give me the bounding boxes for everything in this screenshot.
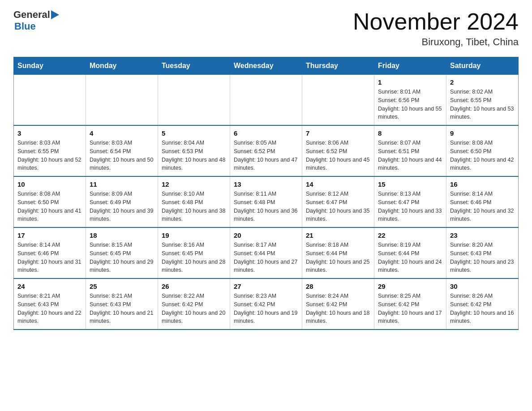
calendar-cell: 17Sunrise: 8:14 AM Sunset: 6:46 PM Dayli…	[14, 227, 86, 278]
day-number: 5	[162, 129, 226, 137]
day-number: 14	[306, 180, 370, 188]
calendar-week-row: 1Sunrise: 8:01 AM Sunset: 6:56 PM Daylig…	[14, 75, 519, 126]
calendar-cell: 8Sunrise: 8:07 AM Sunset: 6:51 PM Daylig…	[374, 125, 446, 176]
calendar-cell: 21Sunrise: 8:18 AM Sunset: 6:44 PM Dayli…	[302, 227, 374, 278]
day-number: 10	[17, 180, 82, 188]
month-title: November 2024	[353, 9, 519, 34]
day-info: Sunrise: 8:24 AM Sunset: 6:42 PM Dayligh…	[306, 292, 370, 325]
weekday-header-saturday: Saturday	[446, 57, 519, 75]
day-info: Sunrise: 8:01 AM Sunset: 6:56 PM Dayligh…	[378, 88, 442, 121]
weekday-header-row: SundayMondayTuesdayWednesdayThursdayFrid…	[14, 57, 519, 75]
day-info: Sunrise: 8:12 AM Sunset: 6:47 PM Dayligh…	[306, 190, 370, 223]
day-info: Sunrise: 8:14 AM Sunset: 6:46 PM Dayligh…	[17, 241, 82, 274]
day-number: 24	[17, 283, 82, 290]
day-number: 11	[90, 180, 154, 188]
calendar-cell: 2Sunrise: 8:02 AM Sunset: 6:55 PM Daylig…	[446, 75, 519, 126]
day-number: 23	[450, 231, 515, 239]
calendar-cell: 10Sunrise: 8:08 AM Sunset: 6:50 PM Dayli…	[14, 176, 86, 227]
calendar-cell: 7Sunrise: 8:06 AM Sunset: 6:52 PM Daylig…	[302, 125, 374, 176]
day-number: 3	[17, 129, 82, 137]
day-number: 29	[378, 283, 442, 290]
calendar-cell: 25Sunrise: 8:21 AM Sunset: 6:43 PM Dayli…	[86, 278, 158, 330]
calendar-cell: 23Sunrise: 8:20 AM Sunset: 6:43 PM Dayli…	[446, 227, 519, 278]
calendar-week-row: 24Sunrise: 8:21 AM Sunset: 6:43 PM Dayli…	[14, 278, 519, 330]
day-number: 20	[234, 231, 298, 239]
calendar-cell: 1Sunrise: 8:01 AM Sunset: 6:56 PM Daylig…	[374, 75, 446, 126]
day-number: 17	[17, 231, 82, 239]
day-info: Sunrise: 8:03 AM Sunset: 6:54 PM Dayligh…	[90, 139, 154, 172]
day-number: 19	[162, 231, 226, 239]
day-number: 13	[234, 180, 298, 188]
day-info: Sunrise: 8:17 AM Sunset: 6:44 PM Dayligh…	[234, 241, 298, 274]
day-number: 2	[450, 78, 515, 86]
calendar-cell: 5Sunrise: 8:04 AM Sunset: 6:53 PM Daylig…	[158, 125, 230, 176]
calendar-table: SundayMondayTuesdayWednesdayThursdayFrid…	[13, 57, 519, 330]
day-info: Sunrise: 8:16 AM Sunset: 6:45 PM Dayligh…	[162, 241, 226, 274]
title-area: November 2024 Biruxong, Tibet, China	[353, 9, 519, 48]
day-info: Sunrise: 8:21 AM Sunset: 6:43 PM Dayligh…	[90, 292, 154, 325]
calendar-cell: 3Sunrise: 8:03 AM Sunset: 6:55 PM Daylig…	[14, 125, 86, 176]
calendar-cell: 19Sunrise: 8:16 AM Sunset: 6:45 PM Dayli…	[158, 227, 230, 278]
calendar-cell: 11Sunrise: 8:09 AM Sunset: 6:49 PM Dayli…	[86, 176, 158, 227]
location-title: Biruxong, Tibet, China	[353, 36, 519, 48]
header: General Blue November 2024 Biruxong, Tib…	[13, 9, 519, 48]
calendar-cell	[302, 75, 374, 126]
day-info: Sunrise: 8:08 AM Sunset: 6:50 PM Dayligh…	[450, 139, 515, 172]
calendar-cell: 28Sunrise: 8:24 AM Sunset: 6:42 PM Dayli…	[302, 278, 374, 330]
calendar-cell: 27Sunrise: 8:23 AM Sunset: 6:42 PM Dayli…	[230, 278, 302, 330]
day-number: 18	[90, 231, 154, 239]
day-number: 15	[378, 180, 442, 188]
day-number: 7	[306, 129, 370, 137]
calendar-cell: 30Sunrise: 8:26 AM Sunset: 6:42 PM Dayli…	[446, 278, 519, 330]
calendar-week-row: 3Sunrise: 8:03 AM Sunset: 6:55 PM Daylig…	[14, 125, 519, 176]
calendar-cell: 20Sunrise: 8:17 AM Sunset: 6:44 PM Dayli…	[230, 227, 302, 278]
day-info: Sunrise: 8:26 AM Sunset: 6:42 PM Dayligh…	[450, 292, 515, 325]
calendar-week-row: 17Sunrise: 8:14 AM Sunset: 6:46 PM Dayli…	[14, 227, 519, 278]
day-info: Sunrise: 8:10 AM Sunset: 6:48 PM Dayligh…	[162, 190, 226, 223]
day-number: 12	[162, 180, 226, 188]
day-number: 9	[450, 129, 515, 137]
logo-general-text: General	[13, 9, 50, 21]
day-info: Sunrise: 8:19 AM Sunset: 6:44 PM Dayligh…	[378, 241, 442, 274]
calendar-cell: 26Sunrise: 8:22 AM Sunset: 6:42 PM Dayli…	[158, 278, 230, 330]
calendar-cell	[86, 75, 158, 126]
calendar-cell: 6Sunrise: 8:05 AM Sunset: 6:52 PM Daylig…	[230, 125, 302, 176]
day-info: Sunrise: 8:08 AM Sunset: 6:50 PM Dayligh…	[17, 190, 82, 223]
day-info: Sunrise: 8:18 AM Sunset: 6:44 PM Dayligh…	[306, 241, 370, 274]
day-number: 25	[90, 283, 154, 290]
day-info: Sunrise: 8:05 AM Sunset: 6:52 PM Dayligh…	[234, 139, 298, 172]
day-info: Sunrise: 8:03 AM Sunset: 6:55 PM Dayligh…	[17, 139, 82, 172]
day-info: Sunrise: 8:06 AM Sunset: 6:52 PM Dayligh…	[306, 139, 370, 172]
calendar-cell: 13Sunrise: 8:11 AM Sunset: 6:48 PM Dayli…	[230, 176, 302, 227]
day-info: Sunrise: 8:09 AM Sunset: 6:49 PM Dayligh…	[90, 190, 154, 223]
day-info: Sunrise: 8:21 AM Sunset: 6:43 PM Dayligh…	[17, 292, 82, 325]
day-info: Sunrise: 8:04 AM Sunset: 6:53 PM Dayligh…	[162, 139, 226, 172]
day-number: 21	[306, 231, 370, 239]
day-number: 28	[306, 283, 370, 290]
day-info: Sunrise: 8:13 AM Sunset: 6:47 PM Dayligh…	[378, 190, 442, 223]
day-number: 26	[162, 283, 226, 290]
day-info: Sunrise: 8:11 AM Sunset: 6:48 PM Dayligh…	[234, 190, 298, 223]
weekday-header-friday: Friday	[374, 57, 446, 75]
calendar-cell: 18Sunrise: 8:15 AM Sunset: 6:45 PM Dayli…	[86, 227, 158, 278]
day-number: 6	[234, 129, 298, 137]
weekday-header-wednesday: Wednesday	[230, 57, 302, 75]
calendar-cell: 9Sunrise: 8:08 AM Sunset: 6:50 PM Daylig…	[446, 125, 519, 176]
calendar-cell: 29Sunrise: 8:25 AM Sunset: 6:42 PM Dayli…	[374, 278, 446, 330]
day-number: 30	[450, 283, 515, 290]
calendar-cell: 16Sunrise: 8:14 AM Sunset: 6:46 PM Dayli…	[446, 176, 519, 227]
day-info: Sunrise: 8:23 AM Sunset: 6:42 PM Dayligh…	[234, 292, 298, 325]
calendar-week-row: 10Sunrise: 8:08 AM Sunset: 6:50 PM Dayli…	[14, 176, 519, 227]
weekday-header-tuesday: Tuesday	[158, 57, 230, 75]
logo: General Blue	[13, 9, 60, 32]
calendar-cell	[158, 75, 230, 126]
day-info: Sunrise: 8:22 AM Sunset: 6:42 PM Dayligh…	[162, 292, 226, 325]
day-number: 22	[378, 231, 442, 239]
weekday-header-sunday: Sunday	[14, 57, 86, 75]
day-number: 27	[234, 283, 298, 290]
calendar-cell: 15Sunrise: 8:13 AM Sunset: 6:47 PM Dayli…	[374, 176, 446, 227]
day-info: Sunrise: 8:15 AM Sunset: 6:45 PM Dayligh…	[90, 241, 154, 274]
logo-blue-text: Blue	[14, 21, 36, 32]
day-info: Sunrise: 8:02 AM Sunset: 6:55 PM Dayligh…	[450, 88, 515, 121]
day-number: 16	[450, 180, 515, 188]
